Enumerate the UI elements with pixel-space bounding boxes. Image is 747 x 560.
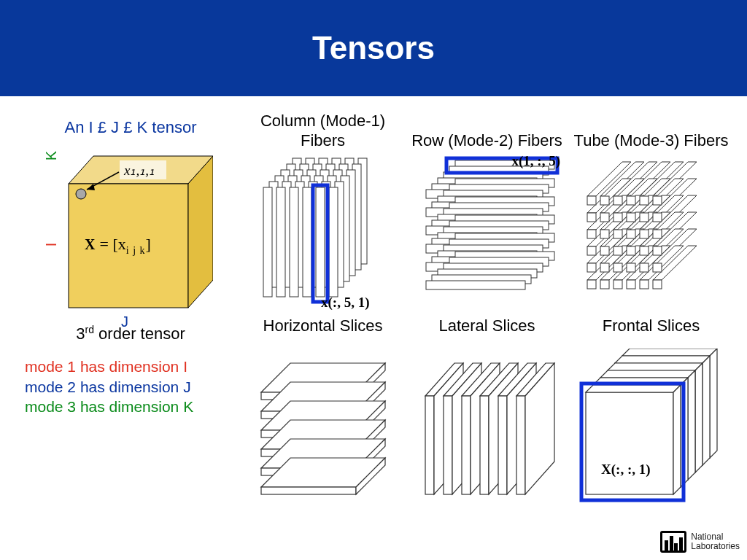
horizontal-slices-figure: [241, 343, 405, 514]
axis-k: K: [43, 151, 60, 160]
svg-rect-135: [587, 246, 596, 255]
svg-rect-79: [426, 281, 525, 289]
svg-rect-147: [587, 280, 596, 289]
svg-rect-132: [627, 230, 635, 238]
horizontal-slices-label: Horizontal Slices: [241, 312, 405, 343]
svg-point-3: [76, 189, 86, 199]
tensor-heading: An I £ J £ K tensor: [25, 118, 236, 137]
svg-rect-169: [261, 487, 356, 494]
svg-rect-119: [614, 196, 622, 205]
svg-marker-196: [608, 363, 703, 370]
svg-rect-144: [627, 263, 635, 272]
tube-fibers-cell: Tube (Mode-3) Fibers: [569, 111, 733, 312]
order-text: 3rd order tensor: [25, 324, 236, 343]
national-labs-logo: National Laboratories: [660, 531, 740, 553]
lateral-slices-cell: Lateral Slices: [405, 312, 569, 514]
svg-rect-143: [614, 263, 622, 272]
column-fibers-figure: x(:, 5, 1): [241, 153, 405, 312]
svg-marker-194: [703, 356, 710, 465]
svg-rect-140: [653, 246, 662, 255]
mode-1-text: mode 1 has dimension I: [25, 357, 236, 376]
svg-rect-187: [516, 396, 525, 494]
svg-marker-190: [622, 349, 717, 356]
svg-rect-142: [600, 263, 609, 272]
svg-marker-191: [710, 349, 717, 458]
svg-rect-130: [600, 230, 609, 238]
svg-rect-122: [653, 196, 662, 205]
svg-rect-40: [303, 187, 311, 297]
tube-fibers-figure: [569, 153, 733, 312]
svg-rect-118: [600, 196, 609, 205]
svg-rect-152: [653, 280, 662, 289]
svg-rect-138: [627, 246, 635, 255]
corner-math: x₁,₁,₁: [124, 162, 155, 179]
svg-marker-200: [688, 370, 695, 480]
frontal-slices-label: Frontal Slices: [569, 312, 733, 343]
slices-row: Horizontal Slices: [241, 312, 737, 514]
content-area: An I £ J £ K tensor K I J: [0, 96, 747, 560]
title-bar: Tensors: [0, 0, 747, 96]
svg-rect-141: [587, 263, 596, 272]
svg-marker-206: [673, 385, 681, 494]
svg-rect-131: [614, 230, 622, 238]
svg-rect-139: [640, 246, 649, 255]
svg-rect-145: [640, 263, 649, 272]
svg-rect-184: [498, 396, 507, 494]
svg-rect-175: [444, 396, 452, 494]
left-column: An I £ J £ K tensor K I J: [25, 118, 236, 416]
svg-rect-124: [600, 213, 609, 222]
svg-rect-38: [276, 187, 285, 297]
row-fibers-annotation: x(1, :, 5): [512, 153, 560, 169]
svg-rect-136: [600, 246, 609, 255]
tensor-equation: X = [xi j k]: [85, 235, 151, 254]
svg-rect-37: [263, 187, 272, 297]
logo-icon: [660, 531, 686, 553]
mode-dimensions: mode 1 has dimension I mode 2 has dimens…: [25, 357, 236, 416]
tensor-cube-figure: K I J x₁,₁,₁ X = [xi j k]: [48, 141, 213, 316]
tube-fibers-label: Tube (Mode-3) Fibers: [569, 111, 733, 153]
svg-rect-172: [425, 396, 434, 494]
svg-rect-41: [316, 187, 325, 297]
svg-marker-197: [695, 363, 703, 472]
frontal-slices-annotation: X(:, :, 1): [601, 462, 651, 478]
svg-marker-199: [600, 370, 695, 378]
horizontal-slices-cell: Horizontal Slices: [241, 312, 405, 514]
slide-title: Tensors: [312, 30, 435, 66]
svg-rect-134: [653, 230, 662, 238]
svg-rect-126: [627, 213, 635, 222]
mode-2-text: mode 2 has dimension J: [25, 377, 236, 397]
svg-rect-123: [587, 213, 596, 222]
row-fibers-cell: Row (Mode-2) Fibers x(1, :, 5): [405, 111, 569, 312]
logo-text: National Laboratories: [691, 532, 740, 551]
svg-marker-193: [615, 356, 710, 363]
diagram-grid: Column (Mode-1) Fibers: [241, 111, 737, 514]
svg-rect-151: [640, 280, 649, 289]
column-fibers-cell: Column (Mode-1) Fibers: [241, 111, 405, 312]
svg-rect-204: [586, 392, 673, 494]
svg-rect-129: [587, 230, 596, 238]
frontal-slices-cell: Frontal Slices X(:, :, 1): [569, 312, 733, 514]
fibers-row: Column (Mode-1) Fibers: [241, 111, 737, 312]
row-fibers-label: Row (Mode-2) Fibers: [405, 111, 569, 153]
svg-marker-205: [586, 385, 681, 392]
svg-rect-181: [480, 396, 489, 494]
svg-rect-133: [640, 230, 649, 238]
column-fibers-label: Column (Mode-1) Fibers: [241, 111, 405, 153]
svg-rect-148: [600, 280, 609, 289]
svg-rect-178: [462, 396, 471, 494]
lateral-slices-label: Lateral Slices: [405, 312, 569, 343]
axis-j: J: [121, 314, 128, 330]
svg-rect-42: [329, 187, 338, 297]
mode-3-text: mode 3 has dimension K: [25, 397, 236, 416]
axis-i: I: [43, 243, 60, 247]
svg-rect-149: [614, 280, 622, 289]
svg-rect-137: [614, 246, 622, 255]
svg-rect-120: [627, 196, 635, 205]
row-fibers-figure: x(1, :, 5): [405, 153, 569, 312]
column-fibers-annotation: x(:, 5, 1): [321, 295, 369, 311]
svg-rect-117: [587, 196, 596, 205]
svg-rect-128: [653, 213, 662, 222]
frontal-slices-figure: X(:, :, 1): [569, 343, 733, 514]
svg-rect-150: [627, 280, 635, 289]
svg-rect-146: [653, 263, 662, 272]
